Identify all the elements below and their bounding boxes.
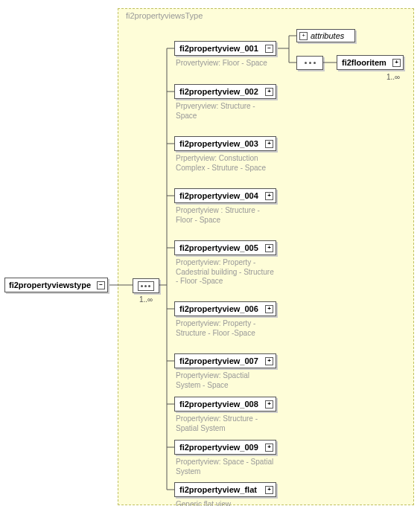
node-desc: Propertyview: Spactial System - Space: [176, 371, 276, 390]
node-label: fi2propertyview_001: [179, 44, 258, 53]
node-desc: Propertyview: Space - Spatial System: [176, 458, 276, 476]
root-label: fi2propertyviewstype: [9, 281, 91, 289]
node-desc: Propertyview: Structure - Spatial System: [176, 414, 276, 433]
node-label: fi2propertyview_002: [179, 87, 258, 96]
node-label: fi2propertyview_005: [179, 243, 258, 252]
node-label: fi2propertyview_008: [179, 400, 258, 409]
node-fi2propertyview-006[interactable]: fi2propertyview_006 +: [174, 301, 276, 316]
expand-icon[interactable]: +: [265, 443, 273, 452]
expand-icon[interactable]: +: [265, 357, 273, 365]
node-fi2propertyview-004[interactable]: fi2propertyview_004 +: [174, 188, 276, 203]
choice-compositor[interactable]: [133, 278, 159, 293]
node-fi2propertyview-flat[interactable]: fi2propertyview_flat +: [174, 482, 276, 497]
node-fi2propertyview-009[interactable]: fi2propertyview_009 +: [174, 440, 276, 455]
node-desc: Propertyview: Property - Structure - Flo…: [176, 319, 276, 338]
root-element[interactable]: fi2propertyviewstype −: [4, 278, 108, 292]
node-desc: Prpertyview: Constuction Complex - Strut…: [176, 154, 276, 173]
node-fi2propertyview-003[interactable]: fi2propertyview_003 +: [174, 136, 276, 151]
collapse-icon[interactable]: −: [97, 281, 105, 289]
expand-icon[interactable]: +: [265, 140, 273, 148]
expand-icon[interactable]: +: [265, 305, 273, 313]
node-desc: Provertyview: Floor - Space: [176, 59, 276, 68]
node-desc: Propertyview : Structure - Floor - Space: [176, 206, 276, 225]
node-fi2propertyview-002[interactable]: fi2propertyview_002 +: [174, 84, 276, 99]
expand-icon[interactable]: +: [392, 59, 401, 67]
node-label: fi2propertyview_004: [179, 191, 258, 200]
node-fi2propertyview-001[interactable]: fi2propertyview_001 −: [174, 41, 276, 56]
node-fi2propertyview-005[interactable]: fi2propertyview_005 +: [174, 240, 276, 255]
expand-icon[interactable]: +: [265, 244, 273, 252]
expand-icon[interactable]: +: [265, 400, 273, 409]
expand-icon[interactable]: +: [265, 192, 273, 200]
container-label: fi2propertyviewsType: [126, 11, 203, 20]
sequence-compositor[interactable]: [296, 56, 323, 70]
node-fi2propertyview-007[interactable]: fi2propertyview_007 +: [174, 353, 276, 368]
node-desc: Prpveryview: Structure - Space: [176, 102, 276, 121]
flooritem-label: fi2flooritem: [342, 58, 386, 67]
attributes-label: attributes: [311, 31, 344, 40]
node-desc: Generic flat view: [176, 500, 276, 506]
flooritem-multiplicity: 1..∞: [386, 73, 400, 81]
node-desc: Propertyview: Property - Cadestrial buil…: [176, 258, 276, 286]
node-fi2flooritem[interactable]: fi2flooritem +: [337, 55, 404, 70]
node-label: fi2propertyview_flat: [179, 485, 257, 494]
attributes-box[interactable]: + attributes: [296, 29, 355, 42]
node-label: fi2propertyview_009: [179, 443, 258, 452]
node-fi2propertyview-008[interactable]: fi2propertyview_008 +: [174, 397, 276, 411]
root-multiplicity: 1..∞: [139, 295, 153, 304]
node-label: fi2propertyview_006: [179, 304, 258, 313]
expand-icon[interactable]: +: [299, 32, 308, 40]
node-label: fi2propertyview_007: [179, 356, 258, 365]
expand-icon[interactable]: +: [265, 88, 273, 96]
expand-icon[interactable]: +: [265, 486, 273, 494]
node-label: fi2propertyview_003: [179, 139, 258, 148]
collapse-icon[interactable]: −: [265, 45, 273, 53]
